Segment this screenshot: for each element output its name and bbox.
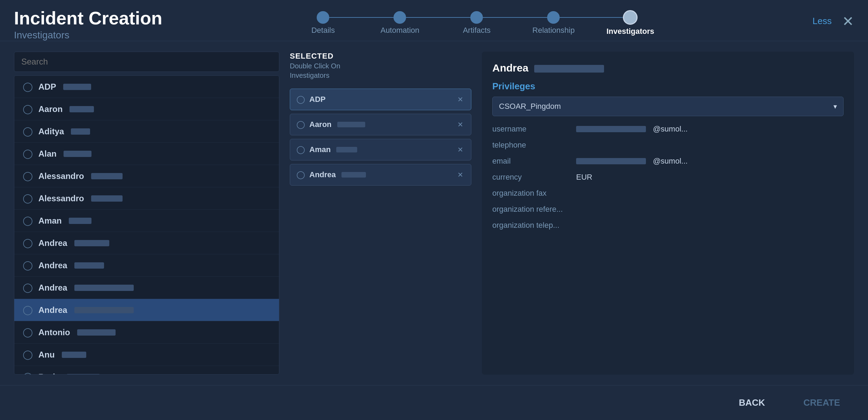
person-icon: ◯: [296, 95, 305, 104]
person-icon: ◯: [23, 171, 33, 181]
step-relationship: Relationship: [515, 11, 592, 35]
search-input[interactable]: [14, 52, 279, 72]
list-item[interactable]: ◯ Alessandro: [14, 187, 279, 210]
list-item[interactable]: ◯ Alan: [14, 143, 279, 165]
create-button[interactable]: CREATE: [789, 392, 854, 413]
list-item[interactable]: ◯ Andrea: [14, 277, 279, 299]
list-item[interactable]: ◯ Andrea: [14, 254, 279, 277]
chip-name-blur: [336, 147, 357, 152]
person-icon: ◯: [23, 372, 33, 375]
selected-list: ◯ ADP ✕ ◯ Aaron ✕ ◯ Aman ✕ ◯ Andrea ✕: [290, 89, 471, 186]
list-item[interactable]: ◯ Alessandro: [14, 165, 279, 187]
title-section: Incident Creation Investigators: [14, 8, 162, 41]
user-name-blur: [64, 151, 91, 157]
person-icon: ◯: [23, 282, 33, 293]
selected-chip[interactable]: ◯ Andrea ✕: [290, 164, 471, 186]
person-icon: ◯: [296, 120, 305, 129]
detail-fields: username @sumol... telephone email @sumo…: [492, 125, 844, 230]
selected-chip[interactable]: ◯ Aaron ✕: [290, 114, 471, 135]
user-name-blur: [71, 128, 90, 135]
detail-row: telephone: [492, 141, 844, 150]
list-item[interactable]: ◯ Andrea: [14, 232, 279, 254]
person-icon: ◯: [23, 148, 33, 159]
step-dot-automation: [393, 11, 406, 24]
detail-val-blur: [576, 126, 646, 132]
detail-key: telephone: [492, 141, 569, 150]
step-investigators: Investigators: [592, 10, 669, 36]
chevron-down-icon: ▾: [833, 102, 837, 111]
privileges-label: Privileges: [492, 81, 844, 92]
list-item[interactable]: ◯ Boris: [14, 366, 279, 375]
user-name-blur: [67, 374, 100, 375]
user-name-blur: [69, 106, 94, 112]
list-item[interactable]: ◯ Anu: [14, 344, 279, 366]
list-item[interactable]: ◯ Aditya: [14, 120, 279, 143]
less-button[interactable]: Less: [812, 16, 832, 27]
person-icon: ◯: [23, 193, 33, 204]
close-button[interactable]: ✕: [842, 14, 854, 28]
list-item[interactable]: ◯ Aman: [14, 210, 279, 232]
list-item[interactable]: ◯ Aaron: [14, 98, 279, 120]
detail-key: organization telep...: [492, 221, 569, 230]
person-icon: ◯: [23, 215, 33, 226]
person-icon: ◯: [23, 349, 33, 360]
step-artifacts: Artifacts: [438, 11, 515, 35]
person-icon: ◯: [23, 238, 33, 248]
remove-chip-button[interactable]: ✕: [456, 169, 465, 180]
selected-chip[interactable]: ◯ ADP ✕: [290, 89, 471, 110]
step-label-details: Details: [311, 26, 335, 35]
detail-row: organization refere...: [492, 205, 844, 214]
user-name-blur: [91, 195, 123, 202]
page-subtitle: Investigators: [14, 30, 162, 41]
list-item[interactable]: ◯ ADP: [14, 76, 279, 98]
detail-key: currency: [492, 173, 569, 182]
step-label-investigators: Investigators: [606, 27, 654, 36]
user-list: ◯ ADP ◯ Aaron ◯ Aditya ◯ Alan ◯ Alessand…: [14, 75, 279, 375]
step-dot-artifacts: [470, 11, 483, 24]
person-icon: ◯: [23, 305, 33, 315]
detail-name: Andrea: [492, 62, 844, 74]
user-name-blur: [91, 173, 123, 179]
remove-chip-button[interactable]: ✕: [456, 144, 465, 155]
person-icon: ◯: [23, 81, 33, 92]
step-dot-relationship: [547, 11, 560, 24]
user-name-blur: [74, 262, 104, 269]
person-icon: ◯: [23, 260, 33, 271]
stepper: Details Automation Artifacts: [162, 10, 791, 39]
user-name-blur: [74, 285, 134, 291]
detail-key: organization fax: [492, 189, 569, 198]
chip-name-blur: [337, 122, 365, 127]
detail-row: username @sumol...: [492, 125, 844, 134]
step-dot-details: [317, 11, 329, 24]
person-icon: ◯: [296, 145, 305, 154]
list-item[interactable]: ◯ Antonio: [14, 321, 279, 344]
remove-chip-button[interactable]: ✕: [456, 119, 465, 130]
user-name-blur: [63, 84, 91, 90]
detail-key: username: [492, 125, 569, 134]
selected-header: SELECTED Double Click On Investigators: [290, 52, 471, 80]
remove-chip-button[interactable]: ✕: [456, 94, 465, 105]
detail-row: organization telep...: [492, 221, 844, 230]
chip-name-blur: [341, 172, 366, 178]
header-right: Less ✕: [791, 14, 854, 35]
left-panel: ◯ ADP ◯ Aaron ◯ Aditya ◯ Alan ◯ Alessand…: [14, 52, 279, 375]
user-name-blur: [74, 240, 109, 246]
user-name-blur: [74, 307, 134, 313]
list-item[interactable]: ◯ Andrea: [14, 299, 279, 321]
person-icon: ◯: [23, 327, 33, 338]
detail-val-blur: [576, 158, 646, 164]
step-label-relationship: Relationship: [532, 26, 575, 35]
detail-row: email @sumol...: [492, 157, 844, 166]
step-label-automation: Automation: [381, 26, 419, 35]
footer: BACK CREATE: [0, 385, 868, 420]
page-title: Incident Creation: [14, 8, 162, 28]
step-label-artifacts: Artifacts: [463, 26, 491, 35]
person-icon: ◯: [296, 170, 305, 179]
user-name-blur: [77, 329, 116, 336]
person-icon: ◯: [23, 104, 33, 114]
selected-chip[interactable]: ◯ Aman ✕: [290, 139, 471, 160]
back-button[interactable]: BACK: [725, 392, 779, 413]
privilege-dropdown[interactable]: CSOAR_Pingdom ▾: [492, 97, 844, 116]
step-details: Details: [285, 11, 361, 35]
right-panel: Andrea Privileges CSOAR_Pingdom ▾ userna…: [482, 52, 854, 375]
